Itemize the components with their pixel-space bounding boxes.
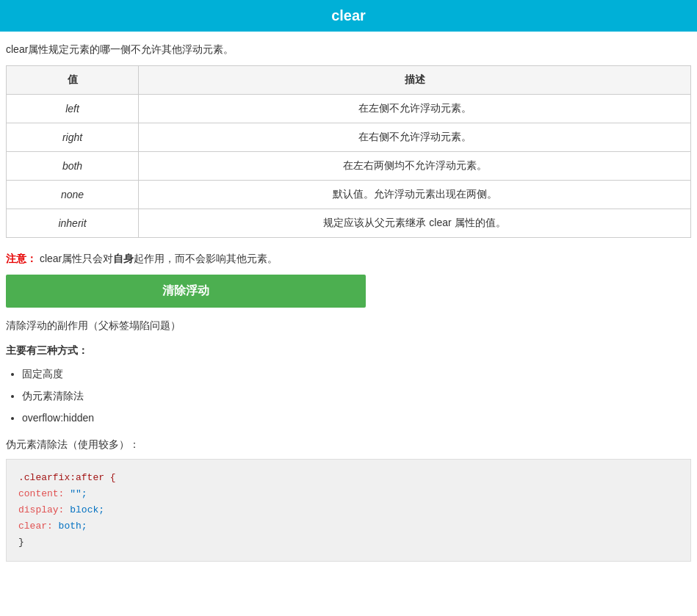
table-row: both在左右两侧均不允许浮动元素。: [7, 152, 691, 181]
code-line: display: block;: [18, 502, 679, 518]
table-cell-desc: 在右侧不允许浮动元素。: [139, 123, 691, 152]
list-item: 伪元素清除法: [22, 385, 691, 407]
notice-label: 注意：: [6, 253, 37, 264]
notice-bold: 自身: [113, 253, 134, 264]
table-cell-desc: 在左右两侧均不允许浮动元素。: [139, 152, 691, 181]
notice-section: 注意： clear属性只会对自身起作用，而不会影响其他元素。: [0, 247, 697, 275]
code-line: content: "";: [18, 486, 679, 502]
col-value-header: 值: [7, 66, 139, 95]
methods-title: 主要有三种方式：: [0, 338, 697, 360]
code-line: clear: both;: [18, 518, 679, 535]
table-row: none默认值。允许浮动元素出现在两侧。: [7, 181, 691, 209]
page-header: clear: [0, 0, 697, 32]
list-item: overflow:hidden: [22, 407, 691, 428]
table-cell-value: none: [7, 181, 139, 209]
description-text: clear属性规定元素的哪一侧不允许其他浮动元素。: [6, 43, 234, 55]
table-cell-desc: 默认值。允许浮动元素出现在两侧。: [139, 181, 691, 209]
pseudo-title: 伪元素清除法（使用较多）：: [0, 431, 697, 456]
col-desc-header: 描述: [139, 66, 691, 95]
code-line: .clearfix:after {: [18, 470, 679, 486]
table-cell-desc: 在左侧不允许浮动元素。: [139, 95, 691, 123]
table-row: inherit规定应该从父元素继承 clear 属性的值。: [7, 209, 691, 238]
methods-list: 固定高度伪元素清除法overflow:hidden: [0, 360, 697, 431]
list-item: 固定高度: [22, 363, 691, 385]
property-table: 值 描述 left在左侧不允许浮动元素。right在右侧不允许浮动元素。both…: [6, 65, 691, 238]
code-line: }: [18, 535, 679, 551]
table-row: left在左侧不允许浮动元素。: [7, 95, 691, 123]
notice-post: 起作用，而不会影响其他元素。: [134, 253, 278, 264]
side-effect-text: 清除浮动的副作用（父标签塌陷问题）: [0, 316, 697, 338]
table-cell-value: inherit: [7, 209, 139, 238]
table-row: right在右侧不允许浮动元素。: [7, 123, 691, 152]
table-cell-desc: 规定应该从父元素继承 clear 属性的值。: [139, 209, 691, 238]
notice-pre: clear属性只会对: [37, 253, 113, 264]
clear-float-button[interactable]: 清除浮动: [6, 275, 366, 308]
code-block: .clearfix:after { content: ""; display: …: [6, 459, 691, 562]
table-cell-value: left: [7, 95, 139, 123]
page-title: clear: [331, 7, 366, 23]
description: clear属性规定元素的哪一侧不允许其他浮动元素。: [0, 40, 697, 65]
table-cell-value: right: [7, 123, 139, 152]
table-header-row: 值 描述: [7, 66, 691, 95]
table-cell-value: both: [7, 152, 139, 181]
